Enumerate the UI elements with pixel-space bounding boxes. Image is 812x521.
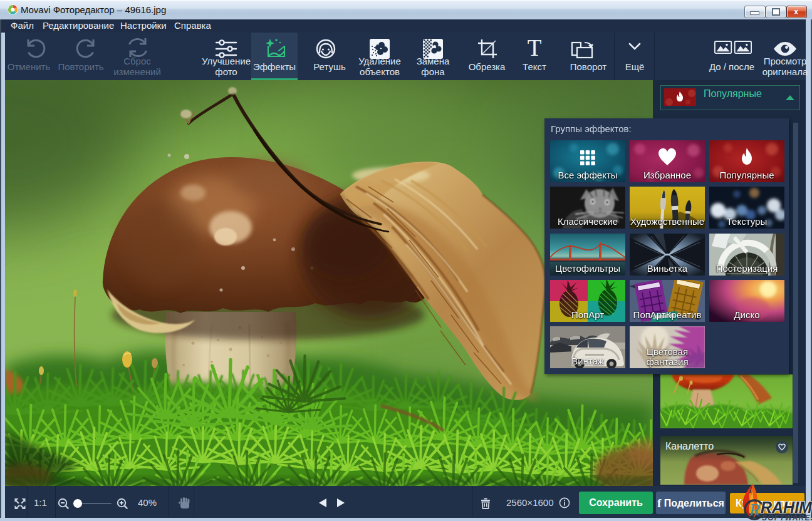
svg-text:R: R (749, 500, 760, 519)
